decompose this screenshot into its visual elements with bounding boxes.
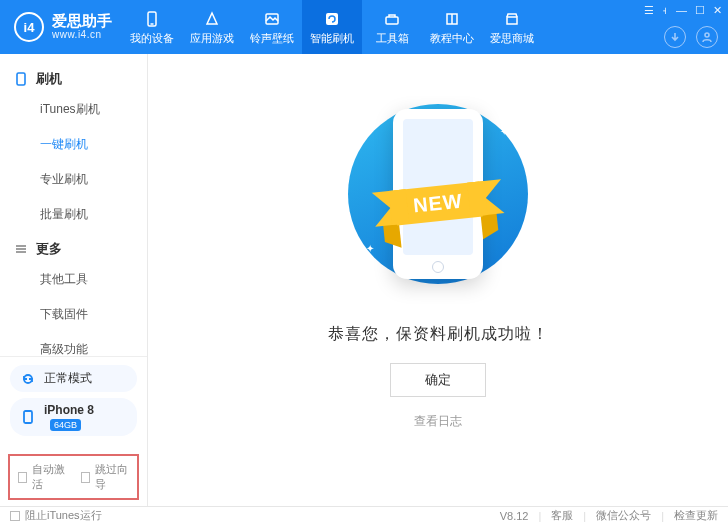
sidebar-item-download-fw[interactable]: 下载固件 [0,297,147,332]
menu-icon[interactable]: ☰ [644,4,654,17]
sidebar-item-advanced[interactable]: 高级功能 [0,332,147,356]
sidebar-group-title: 更多 [36,240,62,258]
view-log-link[interactable]: 查看日志 [414,413,462,430]
checkbox-label: 自动激活 [32,462,66,492]
svg-rect-7 [17,73,25,85]
statusbar: 阻止iTunes运行 V8.12 | 客服 | 微信公众号 | 检查更新 [0,506,728,524]
nav-apps-games[interactable]: 应用游戏 [182,0,242,54]
nav-shop[interactable]: 爱思商城 [482,0,542,54]
sidebar-item-oneclick[interactable]: 一键刷机 [0,127,147,162]
svg-rect-5 [507,17,517,24]
apps-icon [202,10,222,28]
checkbox-label: 阻止iTunes运行 [25,508,102,523]
sidebar-item-pro[interactable]: 专业刷机 [0,162,147,197]
brand-title: 爱思助手 [52,13,112,29]
titlebar: i4 爱思助手 www.i4.cn 我的设备 应用游戏 铃声壁纸 智能刷机 工具… [0,0,728,54]
ok-button[interactable]: 确定 [390,363,486,397]
nav-label: 教程中心 [430,31,474,46]
maximize-icon[interactable]: ☐ [695,4,705,17]
shop-icon [502,10,522,28]
nav-tutorial[interactable]: 教程中心 [422,0,482,54]
sync-icon [20,371,36,387]
phone-outline-icon [14,72,28,86]
nav-my-device[interactable]: 我的设备 [122,0,182,54]
device-icon [20,409,36,425]
success-message: 恭喜您，保资料刷机成功啦！ [328,324,549,345]
book-icon [442,10,462,28]
checkbox-skip-guide[interactable]: 跳过向导 [81,462,130,492]
brand: i4 爱思助手 www.i4.cn [0,0,122,54]
sidebar: 刷机 iTunes刷机 一键刷机 专业刷机 批量刷机 更多 其他工具 下载固件 … [0,54,148,506]
checkbox-label: 跳过向导 [95,462,129,492]
brand-subtitle: www.i4.cn [52,29,112,41]
image-icon [262,10,282,28]
svg-point-6 [705,33,709,37]
minimize-icon[interactable]: — [676,4,687,17]
device-name: iPhone 8 [44,403,94,417]
nav-label: 智能刷机 [310,31,354,46]
menu-lines-icon [14,242,28,256]
nav-label: 工具箱 [376,31,409,46]
svg-rect-11 [24,411,32,423]
download-icon[interactable] [664,26,686,48]
toolbox-icon [382,10,402,28]
status-link-service[interactable]: 客服 [551,508,573,523]
refresh-icon [322,10,342,28]
checkbox-icon [10,511,20,521]
nav-label: 铃声壁纸 [250,31,294,46]
brand-logo-icon: i4 [14,12,44,42]
device-size-badge: 64GB [50,419,81,431]
sidebar-item-batch[interactable]: 批量刷机 [0,197,147,232]
checkbox-block-itunes[interactable]: 阻止iTunes运行 [10,508,102,523]
sidebar-group-title: 刷机 [36,70,62,88]
success-illustration: ✦ ✦ ✦ ✦ NEW [308,94,568,294]
checkbox-icon [81,472,90,483]
sidebar-item-othertools[interactable]: 其他工具 [0,262,147,297]
nav-ring-wall[interactable]: 铃声壁纸 [242,0,302,54]
nav-label: 我的设备 [130,31,174,46]
mode-pill[interactable]: 正常模式 [10,365,137,392]
status-link-update[interactable]: 检查更新 [674,508,718,523]
top-nav: 我的设备 应用游戏 铃声壁纸 智能刷机 工具箱 教程中心 爱思商城 [122,0,542,54]
window-controls: ☰ ⫞ — ☐ ✕ [644,4,722,17]
checkbox-icon [18,472,27,483]
main-panel: ✦ ✦ ✦ ✦ NEW 恭喜您，保资料刷机成功啦！ 确定 查看日志 [148,54,728,506]
device-pill[interactable]: iPhone 8 64GB [10,398,137,436]
mode-label: 正常模式 [44,370,92,387]
status-link-wechat[interactable]: 微信公众号 [596,508,651,523]
nav-label: 应用游戏 [190,31,234,46]
nav-label: 爱思商城 [490,31,534,46]
lock-icon[interactable]: ⫞ [662,4,668,17]
phone-icon [142,10,162,28]
nav-tools[interactable]: 工具箱 [362,0,422,54]
highlight-box: 自动激活 跳过向导 [8,454,139,500]
nav-smart-flash[interactable]: 智能刷机 [302,0,362,54]
sidebar-group-more: 更多 [0,232,147,262]
sidebar-item-itunes[interactable]: iTunes刷机 [0,92,147,127]
svg-rect-4 [386,17,398,24]
checkbox-auto-activate[interactable]: 自动激活 [18,462,67,492]
svg-rect-3 [326,13,338,25]
close-icon[interactable]: ✕ [713,4,722,17]
user-icon[interactable] [696,26,718,48]
version-label: V8.12 [500,510,529,522]
sidebar-group-flash: 刷机 [0,62,147,92]
